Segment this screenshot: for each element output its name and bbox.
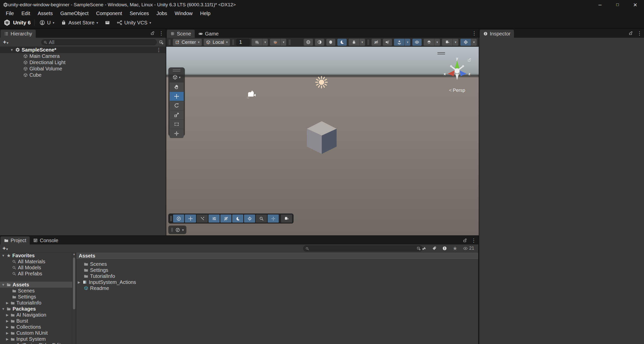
scene-camera-dropdown[interactable]: ▾ xyxy=(453,39,458,46)
toolbar-drag-handle[interactable] xyxy=(169,39,170,45)
add-gameobject-button[interactable]: + ▾ xyxy=(2,39,10,46)
rotate-tool-button[interactable] xyxy=(170,101,184,110)
overlay-tools-button[interactable] xyxy=(197,214,208,223)
menu-assets[interactable]: Assets xyxy=(34,10,57,17)
close-button[interactable]: × xyxy=(626,0,644,10)
hierarchy-item-cube[interactable]: Cube xyxy=(0,72,166,78)
tab-inspector[interactable]: Inspector xyxy=(480,30,514,38)
effects-dropdown[interactable]: ▾ xyxy=(405,39,410,46)
gizmo-center[interactable] xyxy=(455,68,460,73)
menu-gameobject[interactable]: GameObject xyxy=(57,10,92,17)
gizmo-down-arm[interactable] xyxy=(455,74,459,80)
chevron-collapsed-icon[interactable]: ▶ xyxy=(6,301,9,305)
camera-gizmo-icon[interactable] xyxy=(246,89,258,101)
tab-hierarchy[interactable]: Hierarchy xyxy=(1,30,36,38)
account-dropdown[interactable]: U ▾ xyxy=(38,19,56,27)
kebab-icon[interactable]: ⋮ xyxy=(471,237,476,243)
project-search-input[interactable] xyxy=(303,245,423,251)
chevron-expanded-icon[interactable]: ▼ xyxy=(2,254,5,257)
perspective-toggle[interactable]: <Persp xyxy=(442,88,472,93)
scene-camera-settings-button[interactable] xyxy=(442,39,453,46)
shading-shaded-wireframe-button[interactable] xyxy=(315,39,324,46)
chevron-collapsed-icon[interactable]: ▶ xyxy=(6,331,9,335)
cube-object[interactable] xyxy=(307,121,337,154)
grid-visibility-button[interactable] xyxy=(252,39,262,46)
y-axis-cone[interactable] xyxy=(455,61,459,68)
rect-tool-button[interactable] xyxy=(170,120,184,129)
maximize-button[interactable]: □ xyxy=(609,0,626,10)
transform-tool-button[interactable] xyxy=(170,129,184,138)
tab-project[interactable]: Project xyxy=(1,236,30,244)
audio-mute-toggle[interactable] xyxy=(383,39,392,46)
tool-context-dropdown[interactable]: ▾ xyxy=(170,73,184,81)
overlay-camera-button[interactable] xyxy=(281,214,292,223)
tree-item-all-materials[interactable]: All Materials xyxy=(0,259,72,265)
overlay-settings-button[interactable] xyxy=(209,214,220,223)
kebab-icon[interactable]: ⋮ xyxy=(156,47,161,53)
tree-item-ai-navigation[interactable]: ▶ AI Navigation xyxy=(0,312,72,318)
asset-item-scenes[interactable]: Scenes xyxy=(76,261,478,267)
menu-jobs[interactable]: Jobs xyxy=(153,10,171,17)
overlay-grid-button[interactable] xyxy=(220,214,231,223)
directional-light-gizmo-icon[interactable] xyxy=(314,75,329,89)
menu-file[interactable]: File xyxy=(2,10,18,17)
overlay-move-button[interactable] xyxy=(185,214,196,223)
lock-icon[interactable] xyxy=(150,31,155,35)
tree-item-scenes[interactable]: Scenes xyxy=(0,288,72,294)
menu-edit[interactable]: Edit xyxy=(18,10,34,17)
chevron-collapsed-icon[interactable]: ▶ xyxy=(6,337,9,341)
debug-draw-mode-button[interactable] xyxy=(349,39,359,46)
overlay-drag-handle[interactable] xyxy=(170,216,172,221)
lock-icon[interactable] xyxy=(463,238,467,243)
chevron-collapsed-icon[interactable]: ▶ xyxy=(6,343,9,344)
tab-console[interactable]: Console xyxy=(30,236,62,244)
scene-header-row[interactable]: ▼ SampleScene* ⋮ xyxy=(0,47,166,53)
chevron-expanded-icon[interactable]: ▼ xyxy=(2,307,5,311)
toolbar-drag-handle[interactable] xyxy=(232,39,234,45)
tree-item-all-prefabs[interactable]: All Prefabs xyxy=(0,271,72,277)
asset-item-settings[interactable]: Settings xyxy=(76,267,478,273)
scene-viewport[interactable]: y x z <Persp ▾ xyxy=(166,47,479,235)
asset-pane-breadcrumb[interactable]: Assets xyxy=(76,252,478,260)
x-axis-cone[interactable] xyxy=(448,70,455,76)
asset-item-tutorialinfo[interactable]: TutorialInfo xyxy=(76,273,478,279)
picker-icon[interactable] xyxy=(417,246,421,251)
alert-icon[interactable] xyxy=(442,246,447,251)
tab-game[interactable]: Game xyxy=(195,30,222,38)
nav-compass-button[interactable] xyxy=(173,214,184,223)
snap-increment-button[interactable] xyxy=(270,39,280,46)
hidden-count-button[interactable]: 21 xyxy=(463,246,474,251)
tree-item-assets[interactable]: ▼ Assets xyxy=(0,282,72,288)
asset-store-dropdown[interactable]: Asset Store ▾ xyxy=(59,19,100,27)
tree-item-favorites[interactable]: ▼ ★ Favorites xyxy=(0,252,72,259)
tree-item-jetbrains-rider-editor[interactable]: ▶ JetBrains Rider Editor xyxy=(0,342,72,344)
tree-item-burst[interactable]: ▶ Burst xyxy=(0,318,72,324)
shading-shaded-button[interactable] xyxy=(337,39,347,46)
grid-visibility-dropdown[interactable]: ▾ xyxy=(262,39,268,46)
picker-icon[interactable] xyxy=(159,40,164,45)
menu-help[interactable]: Help xyxy=(196,10,214,17)
filter-by-type-icon[interactable] xyxy=(422,246,426,251)
gizmos-dropdown[interactable]: ▾ xyxy=(471,39,477,46)
scroll-up-icon[interactable]: ▲ xyxy=(72,252,76,256)
shading-unlit-button[interactable] xyxy=(326,39,336,46)
overlay-drag-handle[interactable] xyxy=(173,69,180,71)
hierarchy-search-input[interactable]: All xyxy=(41,39,157,45)
kebab-icon[interactable]: ⋮ xyxy=(472,30,477,36)
menu-window[interactable]: Window xyxy=(171,10,196,17)
asset-item-inputsystem-actions[interactable]: ▶ InputSystem_Actions xyxy=(76,279,478,285)
overlay-search-button[interactable] xyxy=(256,214,267,223)
layers-button[interactable] xyxy=(424,39,434,46)
kebab-icon[interactable]: ⋮ xyxy=(159,30,164,36)
z-axis-cone[interactable] xyxy=(460,70,466,76)
tree-item-collections[interactable]: ▶ Collections xyxy=(0,324,72,330)
tree-item-packages[interactable]: ▼ Packages xyxy=(0,306,72,312)
tree-item-all-models[interactable]: All Models xyxy=(0,265,72,271)
chevron-expanded-icon[interactable]: ▼ xyxy=(10,48,14,52)
orientation-gizmo[interactable]: y x z xyxy=(442,57,472,86)
hierarchy-item-main-camera[interactable]: Main Camera xyxy=(0,53,166,59)
effects-toggle[interactable] xyxy=(394,39,405,46)
filter-by-label-icon[interactable] xyxy=(432,246,437,251)
tool-handle-rotation-dropdown[interactable]: Local ▾ xyxy=(204,39,230,46)
chevron-collapsed-icon[interactable]: ▶ xyxy=(6,325,9,329)
